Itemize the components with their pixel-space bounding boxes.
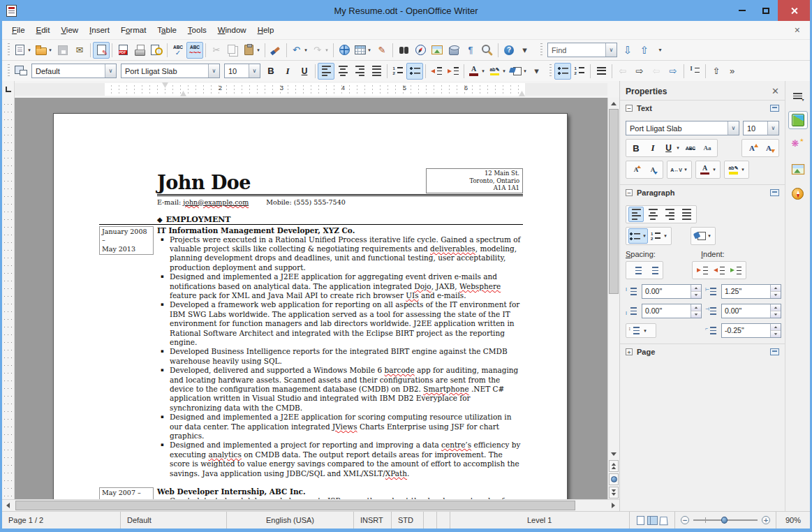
sidebar-menu-button[interactable]: ▾ — [788, 87, 808, 105]
sidebar-highlighting-dropdown[interactable]: ▾ — [740, 167, 746, 172]
job-dates[interactable]: January 2008 –May 2013 — [99, 226, 154, 256]
font-size-dropdown[interactable]: ∨ — [249, 64, 260, 77]
menu-file[interactable]: File — [6, 23, 31, 37]
scroll-left-button[interactable] — [2, 500, 14, 511]
bullets-toolbar-grip[interactable] — [549, 64, 552, 78]
page-style-status[interactable]: Default — [121, 512, 227, 529]
before-indent-up[interactable] — [771, 285, 781, 291]
paste-dropdown[interactable]: ▾ — [256, 47, 261, 53]
insert-table-dropdown[interactable]: ▾ — [367, 47, 372, 53]
after-indent-down[interactable] — [771, 311, 781, 318]
increase-indent-button[interactable] — [445, 63, 462, 80]
paragraph-background-color-dropdown[interactable]: ▾ — [707, 233, 712, 239]
sidebar-align-center-button[interactable] — [645, 207, 660, 222]
find-replace-button[interactable] — [395, 42, 412, 59]
increase-paragraph-spacing-button[interactable] — [628, 263, 644, 278]
bullets-on-off-button[interactable] — [554, 63, 571, 80]
job-entry[interactable]: January 2008 –May 2013IT Information Man… — [99, 226, 523, 479]
previous-page-button[interactable] — [609, 460, 619, 472]
first-line-up[interactable] — [771, 324, 781, 330]
switch-indent-button[interactable] — [728, 263, 744, 278]
formatting-toolbar-grip[interactable] — [8, 64, 10, 78]
font-size-select[interactable]: 10 ∨ — [224, 64, 260, 78]
job-bullet[interactable]: Developed a framework web application fo… — [157, 300, 523, 347]
menu-tools[interactable]: Tools — [182, 23, 212, 37]
sidebar-font-name-select[interactable]: Port Lligat Slab ∨ — [626, 121, 739, 135]
after-indent-up[interactable] — [771, 304, 781, 311]
job-bullet[interactable]: Developed Business Intelligence reports … — [157, 347, 523, 366]
job-entry[interactable]: May 2007 –August 2007Web Developer Inter… — [99, 487, 523, 499]
align-right-button[interactable] — [351, 63, 368, 80]
menu-view[interactable]: View — [55, 23, 84, 37]
sidebar-font-size-select[interactable]: 10 ∨ — [743, 121, 779, 135]
sidebar-align-left-button[interactable] — [628, 207, 644, 222]
insert-unnumbered-entry-button[interactable] — [686, 63, 703, 80]
sidebar-strikethrough-button[interactable] — [683, 140, 698, 156]
title-bar[interactable]: My Resume.odt - OpenOffice Writer — [2, 0, 810, 21]
redo-dropdown[interactable]: ▾ — [324, 47, 330, 53]
font-name-dropdown[interactable]: ∨ — [208, 64, 219, 77]
document-page[interactable]: John Doe 12 Main St. Toronto, Ontario A1… — [53, 113, 568, 499]
scroll-up-button[interactable] — [608, 98, 619, 109]
sidebar-change-case-button[interactable] — [700, 140, 715, 156]
scroll-down-button[interactable] — [608, 448, 619, 459]
zoom-slider-thumb[interactable] — [721, 517, 728, 524]
gallery-button[interactable] — [429, 42, 445, 59]
bullet-list-button[interactable] — [406, 63, 423, 80]
sidebar-tab-properties[interactable] — [788, 111, 808, 129]
outline-level-status[interactable]: Level 1 — [450, 512, 630, 529]
print-button[interactable] — [131, 42, 148, 59]
spelling-button[interactable] — [170, 42, 186, 59]
insert-table-button[interactable]: ▾ — [353, 42, 374, 59]
sidebar-bullet-list-button[interactable]: ▾ — [628, 228, 648, 244]
close-document-button[interactable]: × — [789, 24, 806, 36]
navigator-button[interactable] — [412, 42, 429, 59]
line-spacing-dropdown[interactable]: ▾ — [642, 328, 648, 334]
numbering-on-off-button[interactable] — [571, 63, 588, 80]
increase-font-size-button[interactable] — [744, 140, 760, 156]
auto-spellcheck-button[interactable] — [186, 42, 203, 59]
subscript-button[interactable] — [645, 162, 660, 177]
hyperlink-button[interactable] — [336, 42, 353, 59]
job-bullet[interactable]: Designed and implemented a J2EE applicat… — [157, 272, 523, 300]
sidebar-highlighting-button[interactable]: ▾ — [727, 162, 746, 177]
page-preview-button[interactable] — [148, 42, 165, 59]
sidebar-font-name-dropdown[interactable]: ∨ — [728, 121, 739, 135]
job-bullet[interactable]: Designed and implemented a J2EE applicat… — [157, 413, 523, 441]
language-status[interactable]: English (USA) — [227, 512, 354, 529]
send-email-button[interactable]: ✉ — [71, 42, 88, 59]
insert-mode-status[interactable]: INSRT — [354, 512, 392, 529]
edit-file-button[interactable] — [93, 42, 110, 59]
above-paragraph-spacing-input[interactable]: 0.00" — [642, 284, 702, 299]
sidebar-justify-button[interactable] — [679, 207, 694, 222]
find-previous-button[interactable]: ⇧ — [636, 42, 653, 59]
job-title[interactable]: IT Information Management Developer, XYZ… — [157, 226, 523, 235]
above-spacing-down[interactable] — [691, 291, 701, 298]
before-text-indent-input[interactable]: 1.25" — [721, 284, 781, 299]
below-spacing-down[interactable] — [691, 311, 701, 318]
document-canvas[interactable]: John Doe 12 Main St. Toronto, Ontario A1… — [15, 98, 607, 499]
paragraph-section-collapse[interactable]: − — [626, 189, 633, 196]
align-left-button[interactable] — [318, 63, 334, 80]
demote-level-button[interactable]: ⇨ — [631, 63, 648, 80]
first-line-down[interactable] — [771, 330, 781, 337]
sidebar-font-color-dropdown[interactable]: ▾ — [711, 167, 717, 172]
tab-stop-selector[interactable] — [2, 81, 15, 98]
sidebar-numbered-list-dropdown[interactable]: ▾ — [663, 233, 668, 239]
sidebar-font-color-button[interactable]: ▾ — [698, 162, 718, 177]
sidebar-italic-button[interactable]: I — [645, 140, 660, 156]
standard-overflow-button[interactable]: ▾ — [517, 42, 532, 59]
find-dropdown[interactable]: ∨ — [605, 43, 617, 57]
zoom-out-button[interactable]: − — [681, 516, 689, 524]
vertical-ruler[interactable] — [2, 98, 15, 499]
sidebar-underline-dropdown[interactable]: ▾ — [675, 145, 681, 151]
superscript-button[interactable] — [628, 162, 644, 177]
formatting-overflow-button[interactable]: ▾ — [529, 63, 544, 80]
italic-button[interactable]: I — [279, 63, 296, 80]
numbered-list-button[interactable] — [390, 63, 406, 80]
background-color-button[interactable]: ▾ — [508, 63, 529, 80]
character-dialog-launcher-icon[interactable] — [770, 105, 779, 112]
decrease-paragraph-spacing-button[interactable] — [645, 263, 660, 278]
sidebar-bold-button[interactable]: B — [628, 140, 644, 156]
vertical-scroll-thumb[interactable] — [609, 109, 619, 294]
